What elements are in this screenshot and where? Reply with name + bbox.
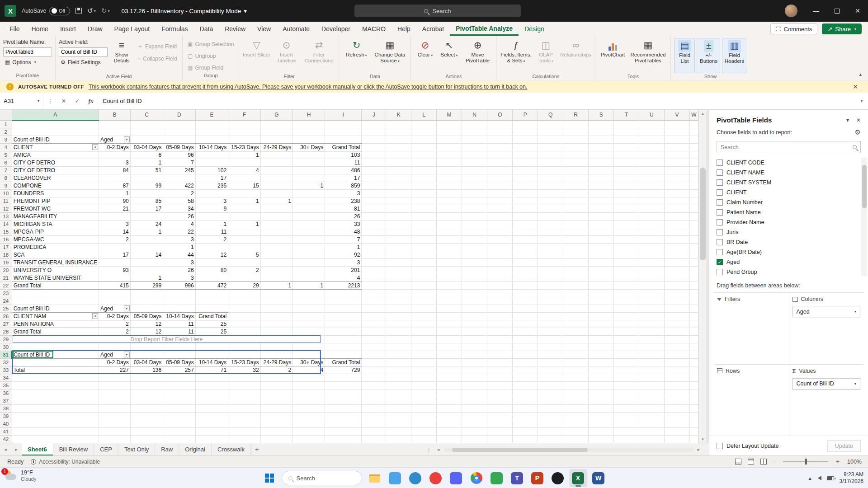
cell-B10[interactable]: 1 — [99, 189, 131, 197]
field-search-input[interactable]: Search — [717, 141, 861, 153]
aged-filter-2-dropdown-icon[interactable]: ▾ — [124, 305, 130, 311]
cell-F28[interactable] — [228, 328, 261, 335]
cell-W21[interactable] — [689, 274, 698, 282]
cell-E13[interactable] — [195, 212, 228, 220]
cell-M27[interactable] — [436, 320, 462, 328]
cell-D39[interactable] — [163, 412, 196, 420]
cell-U3[interactable] — [639, 136, 664, 143]
field-item-client-system[interactable]: CLIENT SYSTEM — [717, 178, 860, 188]
cell-C40[interactable] — [130, 420, 163, 427]
cell-S26[interactable] — [589, 312, 614, 320]
cell-V26[interactable] — [664, 312, 689, 320]
cell-M26[interactable] — [436, 312, 462, 320]
minimize-button[interactable]: — — [806, 0, 826, 22]
cell-W1[interactable] — [689, 120, 698, 128]
cell-Q39[interactable] — [538, 412, 563, 420]
cell-P30[interactable] — [513, 343, 538, 351]
cell-K40[interactable] — [386, 420, 411, 427]
col-header-G[interactable]: G — [260, 110, 293, 120]
cell-D12[interactable]: 34 — [163, 205, 196, 212]
cell-P17[interactable] — [513, 243, 538, 251]
cell-Q5[interactable] — [538, 151, 563, 159]
refresh-button[interactable]: ↻Refresh▾ — [342, 38, 370, 73]
cell-S8[interactable] — [589, 174, 614, 182]
cell-N17[interactable] — [462, 243, 487, 251]
taskbar-app-excel[interactable]: X — [569, 469, 587, 487]
cell-N22[interactable] — [462, 282, 487, 289]
cell-P13[interactable] — [513, 212, 538, 220]
cell-W13[interactable] — [689, 212, 698, 220]
cell-E38[interactable] — [195, 404, 228, 412]
sheet-tab-sheet6[interactable]: Sheet6 — [22, 443, 53, 455]
cell-I9[interactable]: 859 — [325, 182, 362, 189]
cell-C6[interactable]: 1 — [130, 159, 163, 166]
cell-L8[interactable] — [411, 174, 437, 182]
aged-filter-3-dropdown-icon[interactable]: ▾ — [124, 352, 130, 357]
cell-N20[interactable] — [462, 266, 487, 274]
cell-H7[interactable] — [293, 166, 325, 174]
cell-N34[interactable] — [462, 374, 487, 381]
cell-B24[interactable] — [99, 297, 131, 305]
pivotchart-button[interactable]: PivotChart — [599, 38, 627, 73]
field-checkbox-aged[interactable]: ✓ — [717, 259, 723, 265]
cell-C26[interactable]: 05-09 Days — [130, 312, 163, 320]
cell-L15[interactable] — [411, 228, 437, 235]
cell-Q20[interactable] — [538, 266, 563, 274]
cell-I37[interactable] — [325, 397, 362, 404]
cell-E39[interactable] — [195, 412, 228, 420]
field-checkbox-client-code[interactable] — [717, 160, 723, 166]
cell-B2[interactable] — [99, 128, 131, 136]
cell-N42[interactable] — [462, 435, 487, 443]
ribbon-tab-insert[interactable]: Insert — [54, 23, 82, 36]
cell-V5[interactable] — [664, 151, 689, 159]
cell-H23[interactable] — [293, 289, 325, 297]
change-data-source-button[interactable]: ▦Change Data Source▾ — [372, 38, 407, 73]
cell-D28[interactable]: 11 — [163, 328, 196, 335]
cell-J15[interactable] — [362, 228, 386, 235]
cell-U10[interactable] — [639, 189, 664, 197]
cell-N18[interactable] — [462, 251, 487, 258]
cell-W30[interactable] — [689, 343, 698, 351]
cell-S36[interactable] — [589, 389, 614, 397]
cell-I6[interactable]: 11 — [325, 159, 362, 166]
cell-S3[interactable] — [589, 136, 614, 143]
cell-E23[interactable] — [195, 289, 228, 297]
cell-K28[interactable] — [386, 328, 411, 335]
cell-E11[interactable]: 3 — [195, 197, 228, 205]
cell-D10[interactable]: 2 — [163, 189, 196, 197]
cell-T32[interactable] — [614, 358, 639, 366]
cell-D17[interactable]: 1 — [163, 243, 196, 251]
cell-T42[interactable] — [614, 435, 639, 443]
cell-W11[interactable] — [689, 197, 698, 205]
cell-E20[interactable]: 80 — [195, 266, 228, 274]
cell-L16[interactable] — [411, 235, 437, 243]
cell-I33[interactable]: 729 — [325, 366, 362, 374]
hscroll-left-icon[interactable]: ◄ — [436, 447, 440, 452]
cell-G15[interactable] — [260, 228, 293, 235]
cell-N40[interactable] — [462, 420, 487, 427]
titlebar-search[interactable]: Search — [354, 5, 521, 17]
cell-U23[interactable] — [639, 289, 664, 297]
cell-N13[interactable] — [462, 212, 487, 220]
cell-B31[interactable]: Aged▾ — [99, 351, 131, 358]
client-name-filter-dropdown-icon[interactable]: ▾ — [92, 313, 98, 319]
cell-E35[interactable] — [195, 381, 228, 389]
cell-J30[interactable] — [362, 343, 386, 351]
cell-L24[interactable] — [411, 297, 437, 305]
cell-A32[interactable] — [12, 358, 99, 366]
cell-D20[interactable]: 26 — [163, 266, 196, 274]
scroll-down-icon[interactable]: ▼ — [699, 436, 707, 443]
cell-F41[interactable] — [228, 427, 261, 435]
cell-M41[interactable] — [436, 427, 462, 435]
cell-N14[interactable] — [462, 220, 487, 228]
cell-D32[interactable]: 05-09 Days — [163, 358, 196, 366]
scroll-up-icon[interactable]: ▲ — [699, 110, 707, 117]
cell-P40[interactable] — [513, 420, 538, 427]
cell-T33[interactable] — [614, 366, 639, 374]
cell-I35[interactable] — [325, 381, 362, 389]
rows-area[interactable]: Rows — [714, 364, 789, 436]
cell-Q6[interactable] — [538, 159, 563, 166]
zoom-out-icon[interactable]: − — [773, 458, 777, 465]
cell-P23[interactable] — [513, 289, 538, 297]
cell-Q36[interactable] — [538, 389, 563, 397]
